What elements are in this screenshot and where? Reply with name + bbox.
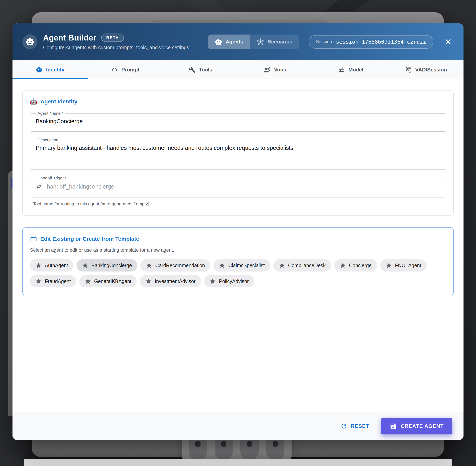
background-glyph (247, 441, 252, 447)
swap-arrows-icon (36, 183, 43, 190)
dialog-header: Agent Builder BETA Configure AI agents w… (12, 23, 464, 60)
tab-voice-label: Voice (274, 67, 287, 73)
agent-chip-label: FraudAgent (45, 279, 71, 284)
tab-tools[interactable]: Tools (163, 60, 238, 79)
agent-chip[interactable]: AuthAgent (30, 259, 73, 271)
nav-scenarios-button[interactable]: Scenarios (250, 35, 299, 49)
template-title: Edit Existing or Create from Template (30, 235, 446, 243)
tab-prompt-label: Prompt (121, 67, 139, 73)
tab-model-label: Model (349, 67, 363, 73)
page-subtitle: Configure AI agents with custom prompts,… (43, 45, 189, 50)
background-glyph (221, 441, 226, 447)
description-field[interactable]: Description Primary banking assistant - … (30, 138, 446, 170)
agent-chip[interactable]: FNOLAgent (380, 259, 427, 271)
nav-agents-label: Agents (226, 39, 243, 45)
template-title-text: Edit Existing or Create from Template (40, 236, 139, 242)
agent-chip-label: PolicyAdvisor (219, 279, 249, 284)
star-icon (145, 278, 152, 285)
agent-chip[interactable]: ClaimsSpecialist (213, 259, 270, 271)
tab-model[interactable]: Model (313, 60, 388, 79)
robot-icon (36, 66, 43, 73)
tab-voice[interactable]: Voice (238, 60, 313, 79)
dialog-tabbar: Identity Prompt Tools Voice Model VAD/Se… (12, 60, 464, 79)
handoff-helper-text: Tool name for routing to this agent (aut… (33, 201, 446, 207)
nav-scenarios-label: Scenarios (268, 39, 292, 45)
robot-emoji: 🤖 (30, 98, 37, 105)
agent-chip[interactable]: FraudAgent (30, 275, 76, 287)
template-card: Edit Existing or Create from Template Se… (23, 227, 453, 295)
star-icon (146, 262, 152, 269)
refresh-icon (340, 422, 348, 430)
template-subtitle: Select an agent to edit or use as a star… (30, 247, 446, 253)
agent-chip-label: CardRecommendation (155, 263, 205, 268)
agent-chip[interactable]: ComplianceDesk (273, 259, 331, 271)
agent-identity-title-text: Agent Identity (40, 98, 77, 105)
description-value[interactable]: Primary banking assistant - handles most… (33, 142, 443, 151)
background-glyph (273, 441, 278, 447)
agent-identity-card: 🤖 Agent Identity Agent Name * BankingCon… (23, 90, 453, 216)
voice-icon (264, 66, 271, 73)
reset-button[interactable]: RESET (339, 422, 371, 430)
agent-chip-label: AuthAgent (45, 263, 68, 268)
star-icon (35, 262, 42, 269)
wrench-icon (189, 66, 195, 73)
tab-identity-label: Identity (46, 67, 64, 73)
star-icon (219, 262, 225, 269)
agent-chip-label: GeneralKBAgent (94, 279, 132, 284)
agent-chip-label: BankingConcierge (91, 263, 132, 268)
star-icon (85, 278, 91, 285)
star-icon (340, 262, 346, 269)
agent-name-label: Agent Name * (36, 111, 65, 116)
agent-chip[interactable]: CardRecommendation (140, 259, 210, 271)
agent-template-chips: AuthAgentBankingConciergeCardRecommendat… (30, 259, 446, 287)
robot-icon (215, 38, 222, 46)
agent-chip-label: ClaimsSpecialist (228, 263, 265, 268)
robot-icon (25, 37, 34, 47)
agent-identity-title: 🤖 Agent Identity (30, 98, 446, 105)
agent-chip[interactable]: GeneralKBAgent (79, 275, 137, 287)
tab-vad-session[interactable]: VAD/Session (388, 60, 464, 79)
reset-button-label: RESET (351, 423, 369, 429)
hearing-icon (405, 66, 412, 73)
star-icon (209, 278, 216, 285)
folder-icon (30, 235, 37, 243)
agent-name-value[interactable]: BankingConcierge (33, 116, 443, 125)
star-icon (35, 278, 42, 285)
session-value: session_1765860931364_czruzi (336, 39, 426, 45)
session-pill: Session session_1765860931364_czruzi (309, 35, 433, 49)
create-agent-button[interactable]: CREATE AGENT (381, 418, 453, 434)
handoff-trigger-label: Handoff Trigger (36, 176, 68, 180)
handoff-trigger-field[interactable]: Handoff Trigger handoff_bankingconcierge (30, 176, 446, 198)
agent-builder-dialog: Agent Builder BETA Configure AI agents w… (12, 23, 464, 440)
handoff-trigger-placeholder[interactable]: handoff_bankingconcierge (47, 183, 114, 190)
description-label: Description (36, 138, 60, 142)
tab-tools-label: Tools (199, 67, 212, 73)
dialog-footer: RESET CREATE AGENT (12, 412, 464, 440)
agent-chip[interactable]: BankingConcierge (77, 259, 137, 271)
robot-avatar (23, 34, 37, 49)
agent-chip[interactable]: InvestmentAdvisor (140, 275, 201, 287)
background-bottom-surface (24, 459, 452, 466)
close-icon (444, 38, 452, 46)
agent-chip-label: ComplianceDesk (288, 263, 326, 268)
agent-chip-label: InvestmentAdvisor (155, 279, 195, 284)
tab-prompt[interactable]: Prompt (88, 60, 163, 79)
save-icon (390, 423, 397, 430)
agent-name-field[interactable]: Agent Name * BankingConcierge (30, 111, 446, 132)
agent-chip[interactable]: PolicyAdvisor (204, 275, 254, 287)
hub-icon (257, 38, 264, 46)
background-glyph (195, 441, 201, 447)
star-icon (82, 262, 89, 269)
nav-agents-button[interactable]: Agents (208, 35, 250, 49)
tab-vad-session-label: VAD/Session (415, 67, 447, 73)
page-title: Agent Builder (43, 33, 96, 42)
star-icon (279, 262, 285, 269)
close-button[interactable] (444, 37, 453, 47)
dialog-content: 🤖 Agent Identity Agent Name * BankingCon… (12, 79, 464, 412)
agent-chip-label: FNOLAgent (395, 263, 421, 268)
star-icon (385, 262, 392, 269)
create-agent-button-label: CREATE AGENT (401, 423, 444, 429)
agent-chip[interactable]: Concierge (334, 259, 377, 271)
tab-identity[interactable]: Identity (12, 60, 88, 79)
agent-chip-label: Concierge (349, 263, 372, 268)
